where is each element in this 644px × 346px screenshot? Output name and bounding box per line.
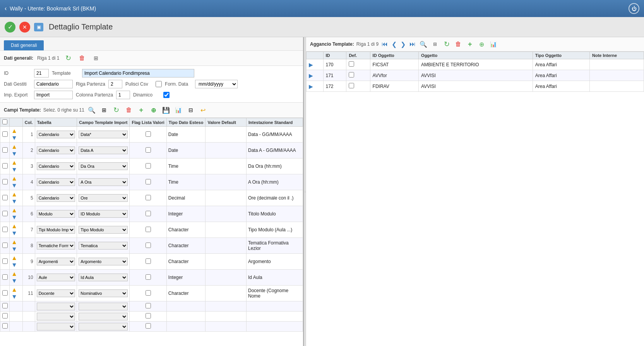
arrow-up-icon[interactable]: ▲ [11,143,17,150]
row-flag[interactable] [130,190,166,206]
power-button[interactable]: ⏻ [629,3,639,14]
right-row-def[interactable] [346,81,370,92]
tabella-select-empty[interactable] [37,303,75,310]
pulisci-csv-checkbox[interactable] [156,81,162,87]
right-table-button[interactable]: ⊞ [430,40,440,49]
id-field[interactable] [34,69,49,77]
campo-select[interactable]: Nominativo [79,289,128,297]
row-check[interactable] [0,206,10,222]
campo-select[interactable]: ID Modulo [79,210,128,218]
row-flag[interactable] [130,254,166,270]
tabella-select[interactable]: Calendario [37,162,75,170]
tabella-select[interactable]: Calendario [37,194,75,202]
tabella-select[interactable]: Modulo [37,210,75,218]
dinamico-checkbox[interactable] [163,92,170,98]
campi-layout-button[interactable]: ⊟ [186,105,196,115]
arrow-up-icon[interactable]: ▲ [11,175,17,182]
campo-select[interactable]: A Ora [79,178,128,186]
campi-refresh-button[interactable]: ↻ [111,105,122,115]
tabella-select[interactable]: Calendario [37,146,75,154]
arrow-down-icon[interactable]: ▼ [11,166,17,173]
dati-gestiti-field[interactable] [34,80,73,88]
tabella-select-empty[interactable] [37,313,75,320]
campi-add-button[interactable]: + [136,105,146,115]
row-check[interactable] [0,286,10,301]
arrow-down-icon[interactable]: ▼ [11,277,17,284]
template-field[interactable] [82,69,194,77]
colonna-partenza-field[interactable] [116,91,130,99]
tab-dati-generali[interactable]: Dati generali [4,40,44,50]
nav-prev-button[interactable]: ❮ [391,41,397,48]
campi-search-button[interactable]: 🔍 [87,105,97,115]
arrow-down-icon[interactable]: ▼ [11,198,17,205]
row-flag[interactable] [130,127,166,143]
nav-next-button[interactable]: ❯ [400,41,406,48]
confirm-button[interactable]: ✓ [5,22,15,33]
campo-select[interactable]: Tipo Modulo [79,226,128,234]
campo-select[interactable]: Tematica [79,242,128,250]
arrow-up-icon[interactable]: ▲ [11,127,17,134]
right-add-button[interactable]: + [465,40,474,49]
delete-button[interactable]: 🗑 [77,53,87,63]
arrow-down-icon[interactable]: ▼ [11,262,17,268]
arrow-up-icon[interactable]: ▲ [11,286,17,293]
tabella-select[interactable]: Aule [37,274,75,281]
row-check[interactable] [0,270,10,286]
row-check[interactable] [0,222,10,238]
campi-add2-button[interactable]: ⊕ [149,105,159,115]
arrow-up-icon[interactable]: ▲ [11,239,17,245]
campi-save-button[interactable]: 💾 [161,105,171,115]
arrow-down-icon[interactable]: ▼ [11,134,17,141]
right-add2-button[interactable]: ⊕ [477,40,486,49]
row-check[interactable] [0,174,10,190]
right-delete-button[interactable]: 🗑 [454,40,463,49]
arrow-up-icon[interactable]: ▲ [11,270,17,277]
tabella-select[interactable]: Docente [37,289,75,297]
tabella-select-empty[interactable] [37,323,75,331]
row-check[interactable] [0,238,10,254]
row-check[interactable] [0,190,10,206]
form-data-select[interactable]: mm/dd/yyyy dd/mm/yyyy [195,80,238,88]
back-button[interactable]: ‹ [5,5,7,12]
campo-select[interactable]: Ore [79,194,128,202]
tabella-select[interactable]: Calendario [37,131,75,138]
arrow-up-icon[interactable]: ▲ [11,159,17,166]
nav-first-button[interactable]: ⏮ [381,41,389,48]
right-refresh-button[interactable]: ↻ [442,40,451,49]
row-flag[interactable] [130,143,166,158]
campo-select[interactable]: Argomento [79,258,128,265]
row-check[interactable] [0,158,10,174]
row-check[interactable] [0,254,10,270]
arrow-down-icon[interactable]: ▼ [11,182,17,189]
imp-export-field[interactable] [34,91,73,99]
row-flag[interactable] [130,174,166,190]
splitter[interactable] [304,37,306,346]
right-search-button[interactable]: 🔍 [419,40,428,49]
row-flag[interactable] [130,222,166,238]
right-row-def[interactable] [346,70,370,81]
campo-select[interactable]: Da Ora [79,162,128,170]
campo-select-empty[interactable] [79,313,128,320]
tabella-select[interactable]: Tematiche Formative Edizione Cal [37,242,75,250]
campo-select[interactable]: Data* [79,131,128,138]
campo-select-empty[interactable] [79,303,128,310]
arrow-up-icon[interactable]: ▲ [11,207,17,213]
arrow-down-icon[interactable]: ▼ [11,293,17,300]
row-check[interactable] [0,143,10,158]
arrow-up-icon[interactable]: ▲ [11,191,17,198]
campi-table-button[interactable]: ⊞ [99,105,109,115]
tabella-select[interactable]: Tipi Modulo Import [37,226,75,234]
campi-delete-button[interactable]: 🗑 [124,105,134,115]
arrow-down-icon[interactable]: ▼ [11,214,17,220]
row-flag[interactable] [130,238,166,254]
arrow-down-icon[interactable]: ▼ [11,150,17,157]
row-check[interactable] [0,127,10,143]
refresh-button[interactable]: ↻ [63,53,73,63]
tabella-select[interactable]: Argomenti [37,258,75,265]
row-flag[interactable] [130,270,166,286]
campi-export-button[interactable]: 📊 [173,105,183,115]
tabella-select[interactable]: Calendario [37,178,75,186]
campi-back-button[interactable]: ↩ [198,105,208,115]
riga-partenza-field[interactable] [108,80,122,88]
arrow-up-icon[interactable]: ▲ [11,255,17,261]
